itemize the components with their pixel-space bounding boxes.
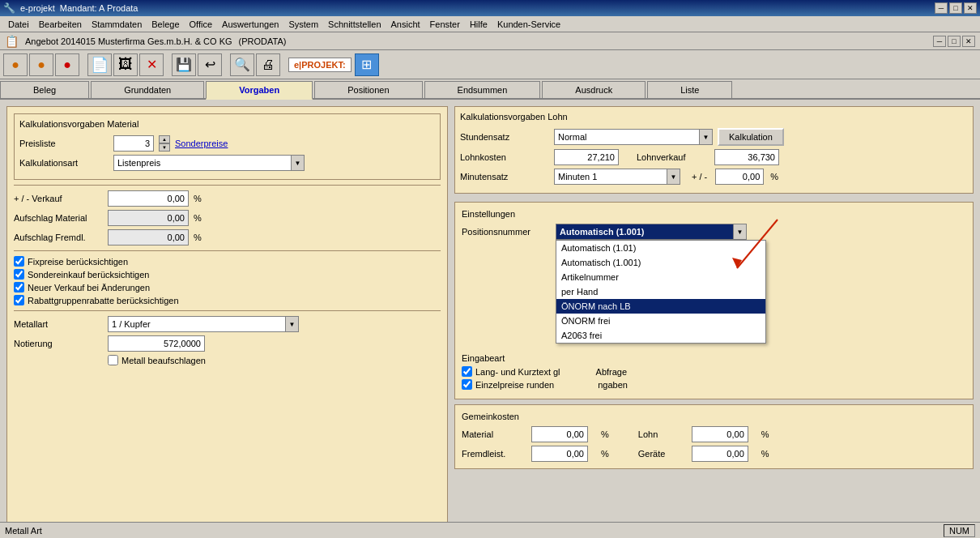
menu-office[interactable]: Office bbox=[185, 18, 218, 31]
app-maximize-btn[interactable]: □ bbox=[948, 36, 961, 47]
aufschlag-material-row: Aufschlag Material % bbox=[14, 210, 441, 226]
einst-checkbox-einzelpreise-input[interactable] bbox=[462, 379, 472, 390]
kalkulationsart-value[interactable]: Listenpreis bbox=[113, 155, 292, 171]
preisliste-label: Preisliste bbox=[19, 139, 109, 148]
checkbox-rabattgruppen: Rabattgruppenrabatte berücksichtigen bbox=[14, 295, 441, 305]
minutensatz-select[interactable]: Minuten 1 ▼ bbox=[554, 169, 680, 185]
stundensatz-value[interactable]: Normal bbox=[554, 129, 700, 145]
kalkulationsart-arrow[interactable]: ▼ bbox=[292, 155, 305, 171]
maximize-button[interactable]: □ bbox=[949, 2, 962, 14]
metallart-row: Metallart 1 / Kupfer ▼ bbox=[14, 316, 441, 332]
notierung-input[interactable] bbox=[108, 335, 205, 352]
menu-ansicht[interactable]: Ansicht bbox=[386, 18, 425, 31]
close-button[interactable]: ✕ bbox=[964, 2, 977, 14]
tab-grunddaten[interactable]: Grunddaten bbox=[91, 81, 204, 98]
positionsnummer-arrow[interactable]: ▼ bbox=[734, 224, 747, 240]
menu-kunden-service[interactable]: Kunden-Service bbox=[492, 18, 565, 31]
aufschlag-fremdl-input[interactable] bbox=[108, 229, 189, 246]
menu-fenster[interactable]: Fenster bbox=[425, 18, 465, 31]
verkauf-input[interactable] bbox=[108, 190, 189, 207]
verkauf-label: + / - Verkauf bbox=[14, 194, 103, 203]
tab-liste[interactable]: Liste bbox=[647, 81, 732, 98]
gemeinkosten-fremdleist-pct: % bbox=[601, 449, 609, 459]
app-minimize-btn[interactable]: ─ bbox=[933, 36, 946, 47]
minimize-button[interactable]: ─ bbox=[935, 2, 948, 14]
menu-stammdaten[interactable]: Stammdaten bbox=[87, 18, 147, 31]
stundensatz-arrow[interactable]: ▼ bbox=[700, 129, 713, 145]
dropdown-item-5[interactable]: ÖNORM frei bbox=[556, 314, 765, 328]
toolbar-new-btn[interactable]: 📄 bbox=[87, 53, 112, 76]
dropdown-item-6[interactable]: A2063 frei bbox=[556, 328, 765, 343]
menu-datei[interactable]: Datei bbox=[3, 18, 34, 31]
dropdown-item-3[interactable]: per Hand bbox=[556, 284, 765, 299]
metall-beaufschlagen-input[interactable] bbox=[108, 355, 118, 365]
menu-belege[interactable]: Belege bbox=[147, 18, 184, 31]
material-panel: Kalkulationsvorgaben Material Preisliste… bbox=[14, 113, 441, 180]
minutensatz-value[interactable]: Minuten 1 bbox=[554, 169, 667, 185]
plusminus-input[interactable] bbox=[715, 169, 764, 185]
gemeinkosten-title: Gemeinkosten bbox=[462, 412, 966, 421]
toolbar-undo-btn[interactable]: ↩ bbox=[198, 53, 222, 76]
project-icon-btn[interactable]: ⊞ bbox=[355, 53, 379, 76]
dropdown-item-4[interactable]: ÖNORM nach LB bbox=[556, 299, 765, 314]
menu-bearbeiten[interactable]: Bearbeiten bbox=[34, 18, 87, 31]
tab-beleg[interactable]: Beleg bbox=[0, 81, 89, 98]
gemeinkosten-material-input[interactable] bbox=[531, 426, 588, 442]
toolbar-project-area: e|PROJEKT: ⊞ bbox=[288, 53, 379, 76]
toolbar-btn-1[interactable]: ● bbox=[3, 53, 28, 76]
metallart-value[interactable]: 1 / Kupfer bbox=[108, 316, 286, 332]
dropdown-item-0[interactable]: Automatisch (1.01) bbox=[556, 241, 765, 255]
menu-system[interactable]: System bbox=[283, 18, 323, 31]
tab-positionen[interactable]: Positionen bbox=[314, 81, 422, 98]
checkbox-sondereinkauf-input[interactable] bbox=[14, 269, 24, 280]
einst-checkbox-lang-input[interactable] bbox=[462, 366, 472, 377]
preisliste-up[interactable]: ▲ bbox=[159, 135, 170, 143]
preisliste-input[interactable] bbox=[113, 135, 154, 152]
lohnkosten-input[interactable] bbox=[554, 149, 619, 165]
checkboxes-group: Fixpreise berücksichtigen Sondereinkauf … bbox=[14, 256, 441, 305]
menu-auswertungen[interactable]: Auswertungen bbox=[217, 18, 283, 31]
sonderpreise-link[interactable]: Sonderpreise bbox=[175, 139, 228, 148]
tab-endsummen[interactable]: Endsummen bbox=[424, 81, 541, 98]
dropdown-item-1[interactable]: Automatisch (1.001) bbox=[556, 255, 765, 270]
kalkulationsart-row: Kalkulationsart Listenpreis ▼ bbox=[19, 155, 435, 171]
toolbar-close-btn[interactable]: ✕ bbox=[139, 53, 164, 76]
positionsnummer-dropdown-container: Automatisch (1.001) ▼ Automatisch (1.01)… bbox=[556, 224, 747, 240]
kalkulationsart-select[interactable]: Listenpreis ▼ bbox=[113, 155, 305, 171]
einst-checkbox-lang: Lang- und Kurztext gl Abfrage bbox=[462, 366, 966, 377]
menu-hilfe[interactable]: Hilfe bbox=[465, 18, 492, 31]
minutensatz-arrow[interactable]: ▼ bbox=[667, 169, 680, 185]
tab-vorgaben[interactable]: Vorgaben bbox=[206, 81, 313, 100]
toolbar-save-btn[interactable]: 💾 bbox=[172, 53, 196, 76]
checkbox-neuer-verkauf-input[interactable] bbox=[14, 282, 24, 292]
toolbar-btn-3[interactable]: ● bbox=[55, 53, 79, 76]
title-bar: 🔧 e-projekt Mandant: A Prodata ─ □ ✕ bbox=[0, 0, 980, 16]
checkbox-rabattgruppen-input[interactable] bbox=[14, 295, 24, 305]
positionsnummer-value[interactable]: Automatisch (1.001) bbox=[556, 224, 734, 240]
positionsnummer-select[interactable]: Automatisch (1.001) ▼ bbox=[556, 224, 747, 240]
right-panel: Kalkulationsvorgaben Lohn Stundensatz No… bbox=[454, 106, 974, 529]
toolbar-print-btn[interactable]: 🖨 bbox=[256, 53, 280, 76]
metallart-select[interactable]: 1 / Kupfer ▼ bbox=[108, 316, 299, 332]
toolbar-open-btn[interactable]: 🖼 bbox=[113, 53, 138, 76]
minutensatz-row: Minutensatz Minuten 1 ▼ + / - % bbox=[460, 169, 968, 185]
tab-ausdruck[interactable]: Ausdruck bbox=[542, 81, 646, 98]
aufschlag-material-input[interactable] bbox=[108, 210, 189, 226]
menu-schnittstellen[interactable]: Schnittstellen bbox=[323, 18, 386, 31]
metallart-arrow[interactable]: ▼ bbox=[286, 316, 299, 332]
gemeinkosten-geraete-input[interactable] bbox=[692, 446, 748, 462]
kalkulation-button[interactable]: Kalkulation bbox=[718, 128, 784, 146]
lohnverkauf-input[interactable] bbox=[714, 149, 779, 165]
preisliste-spinner[interactable]: ▲ ▼ bbox=[159, 135, 170, 152]
gemeinkosten-fremdleist-input[interactable] bbox=[531, 446, 588, 462]
toolbar-btn-2[interactable]: ● bbox=[29, 53, 53, 76]
gemeinkosten-material-label: Material bbox=[462, 429, 518, 439]
toolbar-search-btn[interactable]: 🔍 bbox=[230, 53, 254, 76]
dropdown-item-2[interactable]: Artikelnummer bbox=[556, 270, 765, 284]
stundensatz-select[interactable]: Normal ▼ bbox=[554, 129, 713, 145]
app-close-btn[interactable]: ✕ bbox=[962, 36, 975, 47]
preisliste-down[interactable]: ▼ bbox=[159, 143, 170, 152]
gemeinkosten-lohn-input[interactable] bbox=[692, 426, 748, 442]
status-bar: Metall Art NUM bbox=[0, 522, 980, 538]
checkbox-fixpreise-input[interactable] bbox=[14, 256, 24, 267]
